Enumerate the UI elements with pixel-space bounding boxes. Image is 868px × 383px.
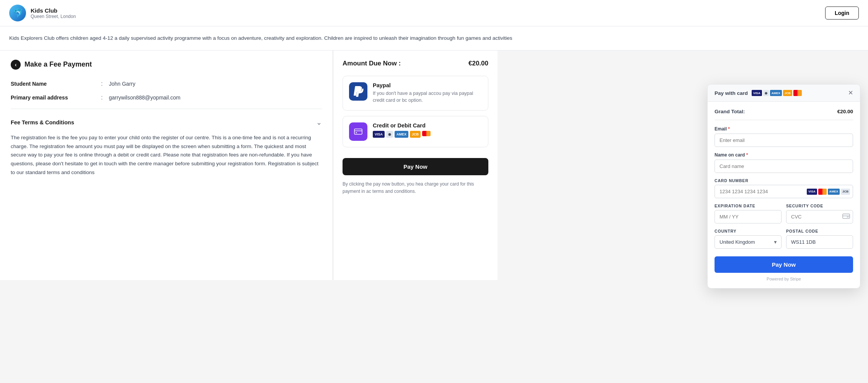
org-info: Kids Club Queen Street, London [31, 7, 76, 19]
visa-logo: VISA [373, 131, 385, 138]
card-option[interactable]: Credit or Debit Card VISA ◉ AMEX JCB [343, 116, 488, 147]
stripe-card-logos: VISA ◉ AMEX JCB [752, 90, 802, 96]
mastercard-logo [422, 131, 431, 136]
country-group: COUNTRY United Kingdom United States Ire… [715, 229, 782, 249]
stripe-email-input[interactable] [715, 134, 853, 147]
colon-2: : [101, 94, 103, 101]
stripe-modal-title: Pay with card [715, 90, 748, 96]
jcb-logo: JCB [410, 131, 421, 138]
email-row: Primary email address : garrywilson888@y… [11, 94, 322, 101]
amount-due-value: €20.00 [468, 60, 488, 67]
header: 🐬 Kids Club Queen Street, London Login [0, 0, 868, 26]
postal-input[interactable] [786, 235, 853, 249]
stripe-header-left: Pay with card VISA ◉ AMEX JCB [715, 90, 802, 96]
grand-total-value: €20.00 [837, 109, 853, 114]
expiry-group: EXPIRATION DATE [715, 204, 782, 223]
pay-notice: By clicking the pay now button, you hea … [343, 181, 488, 195]
description-bar: Kids Explorers Club offers children aged… [0, 26, 868, 51]
stripe-jcb-logo: JCB [783, 90, 792, 96]
org-name: Kids Club [31, 7, 76, 14]
paypal-title: Paypal [373, 82, 482, 88]
logo-emoji: 🐬 [13, 8, 23, 18]
section-header: ‹ Make a Fee Payment [11, 60, 322, 70]
student-name-value: John Garry [109, 81, 135, 87]
right-panel: Amount Due Now : €20.00 Paypal If you do… [333, 51, 498, 280]
stripe-name-input[interactable] [715, 160, 853, 173]
org-address: Queen Street, London [31, 14, 76, 19]
cn-amex-logo: AMEX [828, 189, 840, 195]
amount-due-label: Amount Due Now : [343, 60, 401, 67]
country-label: COUNTRY [715, 229, 782, 233]
svg-rect-3 [843, 215, 850, 216]
amex-logo: AMEX [395, 131, 408, 138]
svg-rect-4 [847, 216, 849, 217]
stripe-amex-logo: AMEX [770, 90, 782, 96]
svg-rect-1 [356, 132, 357, 133]
email-group: Email * [715, 126, 853, 147]
back-icon[interactable]: ‹ [11, 60, 21, 70]
header-left: 🐬 Kids Club Queen Street, London [9, 5, 76, 21]
stripe-close-button[interactable]: ✕ [848, 90, 853, 96]
stripe-modal-header: Pay with card VISA ◉ AMEX JCB ✕ [708, 85, 860, 102]
cn-jcb-logo: JCB [841, 189, 850, 195]
security-input-wrapper [786, 210, 853, 223]
student-name-row: Student Name : John Garry [11, 80, 322, 87]
card-number-group: CARD NUMBER VISA AMEX JCB [715, 178, 853, 198]
paypal-option[interactable]: Paypal If you don't have a paypal accou … [343, 76, 488, 111]
chevron-down-icon: ⌄ [316, 118, 322, 127]
email-label: Primary email address [11, 95, 95, 101]
postal-group: POSTAL CODE [786, 229, 853, 249]
stripe-modal: Pay with card VISA ◉ AMEX JCB ✕ Grand To… [707, 84, 860, 288]
card-logos: VISA ◉ AMEX JCB [373, 131, 431, 138]
expiry-label: EXPIRATION DATE [715, 204, 782, 208]
country-select-wrapper: United Kingdom United States Ireland Fra… [715, 235, 782, 249]
country-postal-row: COUNTRY United Kingdom United States Ire… [715, 229, 853, 254]
country-select[interactable]: United Kingdom United States Ireland Fra… [715, 235, 782, 249]
cn-mastercard-logo [818, 189, 827, 195]
login-button[interactable]: Login [825, 7, 859, 20]
description-text: Kids Explorers Club offers children aged… [9, 35, 512, 41]
card-number-wrapper: VISA AMEX JCB [715, 185, 853, 198]
stripe-modal-body: Grand Total: €20.00 Email * Name on card… [708, 102, 860, 288]
card-info: Credit or Debit Card VISA ◉ AMEX JCB [373, 122, 431, 138]
required-star-email: * [728, 126, 730, 132]
terms-header[interactable]: Fee Terms & Conditions ⌄ [11, 117, 322, 128]
paypal-info: Paypal If you don't have a paypal accou … [373, 82, 482, 104]
stripe-discover-logo: ◉ [763, 90, 769, 96]
paypal-icon [349, 82, 367, 101]
colon-1: : [101, 80, 103, 87]
divider [11, 109, 322, 109]
stripe-pay-button[interactable]: Pay Now [715, 256, 853, 273]
stripe-email-label: Email * [715, 126, 853, 132]
required-star-name: * [746, 152, 748, 158]
amount-due-row: Amount Due Now : €20.00 [343, 60, 488, 67]
paypal-desc: If you don't have a paypal accou pay via… [373, 90, 482, 104]
pay-now-button[interactable]: Pay Now [343, 158, 488, 175]
security-group: SECURITY CODE [786, 204, 853, 223]
section-title: Make a Fee Payment [24, 60, 92, 68]
terms-section: Fee Terms & Conditions ⌄ The registratio… [11, 117, 322, 178]
expiry-security-row: EXPIRATION DATE SECURITY CODE [715, 204, 853, 229]
stripe-powered: Powered by Stripe [715, 277, 853, 281]
student-name-label: Student Name [11, 81, 95, 87]
left-panel: ‹ Make a Fee Payment Student Name : John… [0, 51, 333, 280]
email-value: garrywilson888@yopmail.com [109, 95, 180, 101]
cn-visa-logo: VISA [807, 189, 817, 195]
card-number-icons: VISA AMEX JCB [807, 189, 850, 195]
card-title: Credit or Debit Card [373, 122, 431, 129]
card-number-label: CARD NUMBER [715, 178, 853, 183]
stripe-mastercard-logo [793, 90, 802, 96]
svg-rect-0 [354, 129, 362, 134]
cvc-icon [842, 214, 850, 220]
stripe-name-label: Name on card * [715, 152, 853, 158]
security-label: SECURITY CODE [786, 204, 853, 208]
expiry-input[interactable] [715, 210, 782, 223]
grand-total-label: Grand Total: [715, 109, 745, 114]
postal-label: POSTAL CODE [786, 229, 853, 233]
org-logo: 🐬 [9, 5, 26, 21]
discover-logo: ◉ [386, 131, 393, 138]
terms-body: The registration fee is the fee you pay … [11, 134, 322, 178]
card-payment-icon [349, 122, 367, 141]
stripe-visa-logo: VISA [752, 90, 762, 96]
grand-total-row: Grand Total: €20.00 [715, 109, 853, 120]
